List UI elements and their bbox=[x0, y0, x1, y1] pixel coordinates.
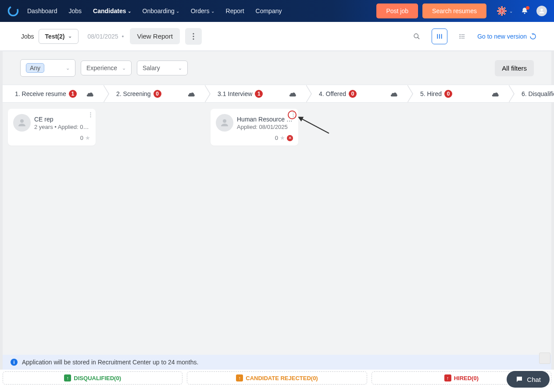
nav-company[interactable]: Company bbox=[256, 7, 282, 14]
stage-screening[interactable]: 2. Screening 0 bbox=[104, 85, 205, 102]
new-version-link[interactable]: Go to new version bbox=[477, 33, 536, 40]
stage-offered[interactable]: 4. Offered 0 bbox=[307, 85, 408, 102]
stage-label: 2. Screening bbox=[116, 90, 151, 97]
svg-point-24 bbox=[90, 114, 91, 115]
svg-point-17 bbox=[460, 34, 460, 35]
cloud-upload-icon[interactable] bbox=[188, 91, 196, 97]
filter-any-label: Any bbox=[26, 63, 44, 73]
stage-hired[interactable]: 5. Hired 0 bbox=[408, 85, 509, 102]
arrow-up-icon: ↑ bbox=[236, 374, 243, 381]
card-title: Human Resource - Ad… bbox=[237, 114, 293, 123]
new-version-label: Go to new version bbox=[477, 33, 527, 40]
svg-rect-5 bbox=[497, 11, 507, 11]
chevron-down-icon: ⌄ bbox=[128, 9, 131, 14]
svg-point-28 bbox=[293, 114, 293, 115]
nav-orders[interactable]: Orders⌄ bbox=[191, 7, 214, 14]
filter-salary[interactable]: Salary ⌄ bbox=[137, 61, 188, 75]
cloud-upload-icon[interactable] bbox=[390, 91, 398, 97]
card-score: 0 bbox=[80, 135, 83, 141]
nav-onboarding-label: Onboarding bbox=[143, 7, 175, 14]
svg-point-7 bbox=[524, 13, 525, 14]
logo-icon[interactable] bbox=[7, 5, 19, 17]
candidate-card[interactable]: Human Resource - Ad… Applied: 08/01/2025… bbox=[211, 109, 298, 146]
avatar-icon bbox=[13, 114, 31, 132]
nav-report[interactable]: Report bbox=[226, 7, 244, 14]
nav-candidates-label: Candidates bbox=[93, 7, 126, 14]
chevron-down-icon: ⌄ bbox=[211, 9, 214, 14]
stage-disqualified[interactable]: 6. Disqualified bbox=[509, 85, 554, 102]
filter-experience[interactable]: Experience ⌄ bbox=[81, 61, 132, 75]
search-resumes-button[interactable]: Search resumes bbox=[422, 4, 486, 18]
job-selector-value: Test(2) bbox=[45, 33, 65, 40]
sub-header: Jobs Test(2) ⌄ 08/01/2025 • View Report … bbox=[0, 22, 554, 51]
info-strip: i Application will be stored in Recruitm… bbox=[0, 355, 554, 370]
chevron-down-icon: ⌄ bbox=[68, 33, 72, 39]
all-filters-button[interactable]: All filters bbox=[495, 60, 534, 76]
star-icon[interactable]: ★ bbox=[85, 135, 90, 141]
svg-point-27 bbox=[293, 112, 293, 113]
cloud-upload-icon[interactable] bbox=[86, 91, 94, 97]
stage-count-badge: 1 bbox=[69, 90, 77, 98]
star-icon[interactable]: ★ bbox=[280, 135, 285, 141]
post-job-button[interactable]: Post job bbox=[376, 4, 418, 18]
filter-any[interactable]: Any ⌄ bbox=[20, 59, 75, 77]
card-more-button[interactable] bbox=[90, 112, 91, 118]
stage-interview[interactable]: 3.1 Interview 1 bbox=[205, 85, 307, 102]
stage-label: 5. Hired bbox=[420, 90, 442, 97]
search-button[interactable] bbox=[409, 29, 425, 44]
chevron-down-icon: ⌄ bbox=[122, 65, 126, 71]
cloud-upload-icon[interactable] bbox=[492, 91, 500, 97]
scroll-stub[interactable] bbox=[539, 353, 550, 364]
svg-line-13 bbox=[418, 37, 419, 39]
notification-dot-icon bbox=[526, 6, 529, 10]
language-selector[interactable]: ⌄ bbox=[497, 6, 513, 16]
svg-point-10 bbox=[193, 36, 194, 37]
nav-jobs[interactable]: Jobs bbox=[69, 7, 82, 14]
bucket-label: DISQUALIFIED(0) bbox=[74, 375, 121, 381]
svg-point-29 bbox=[293, 116, 293, 117]
view-report-button[interactable]: View Report bbox=[130, 28, 179, 44]
list-view-button[interactable] bbox=[454, 29, 470, 44]
svg-point-30 bbox=[223, 119, 226, 123]
chat-button[interactable]: Chat bbox=[507, 371, 550, 388]
svg-point-11 bbox=[193, 38, 194, 39]
nav-dashboard[interactable]: Dashboard bbox=[27, 7, 57, 14]
bucket-disqualified[interactable]: ↑ DISQUALIFIED(0) bbox=[3, 371, 182, 385]
notifications-button[interactable] bbox=[521, 7, 529, 15]
job-selector[interactable]: Test(2) ⌄ bbox=[39, 29, 79, 44]
stage-count-badge: 0 bbox=[154, 90, 161, 98]
candidate-card[interactable]: CE rep 2 years • Applied: 0… 0 ★ bbox=[8, 109, 96, 146]
info-text: Application will be stored in Recruitmen… bbox=[22, 359, 198, 366]
arrow-up-icon: ↑ bbox=[444, 374, 451, 381]
svg-point-23 bbox=[90, 112, 91, 113]
top-nav: Dashboard Jobs Candidates⌄ Onboarding⌄ O… bbox=[0, 0, 554, 22]
avatar-icon bbox=[216, 114, 233, 132]
date-text: 08/01/2025 bbox=[87, 33, 118, 40]
more-actions-button[interactable] bbox=[185, 28, 202, 45]
jobs-label: Jobs bbox=[21, 33, 34, 40]
stage-receive-resume[interactable]: 1. Receive resume 1 bbox=[3, 85, 104, 102]
topnav-right: ⌄ bbox=[497, 6, 547, 16]
buckets-row: ↑ DISQUALIFIED(0) ↑ CANDIDATE REJECTED(0… bbox=[0, 370, 554, 385]
chevron-down-icon: ⌄ bbox=[509, 9, 513, 14]
bucket-label: HIRED(0) bbox=[454, 375, 479, 381]
reject-badge-icon[interactable]: ✕ bbox=[287, 135, 293, 141]
stage-label: 1. Receive resume bbox=[15, 90, 66, 97]
bucket-label: CANDIDATE REJECTED(0) bbox=[246, 375, 318, 381]
card-more-button[interactable] bbox=[293, 112, 294, 118]
chevron-down-icon: ⌄ bbox=[178, 65, 182, 71]
bucket-rejected[interactable]: ↑ CANDIDATE REJECTED(0) bbox=[187, 371, 367, 385]
svg-point-26 bbox=[20, 119, 24, 123]
cloud-upload-icon[interactable] bbox=[289, 91, 297, 97]
chat-label: Chat bbox=[527, 376, 541, 383]
nav-onboarding[interactable]: Onboarding⌄ bbox=[143, 7, 179, 14]
user-avatar[interactable] bbox=[536, 6, 547, 16]
svg-point-9 bbox=[193, 33, 194, 34]
chevron-down-icon: ⌄ bbox=[66, 65, 70, 71]
svg-point-12 bbox=[414, 34, 418, 38]
filter-experience-label: Experience bbox=[86, 64, 117, 71]
nav-links: Dashboard Jobs Candidates⌄ Onboarding⌄ O… bbox=[27, 7, 282, 14]
board-view-button[interactable] bbox=[432, 29, 447, 44]
nav-candidates[interactable]: Candidates⌄ bbox=[93, 7, 131, 14]
card-subtitle: Applied: 08/01/2025 bbox=[237, 124, 293, 130]
